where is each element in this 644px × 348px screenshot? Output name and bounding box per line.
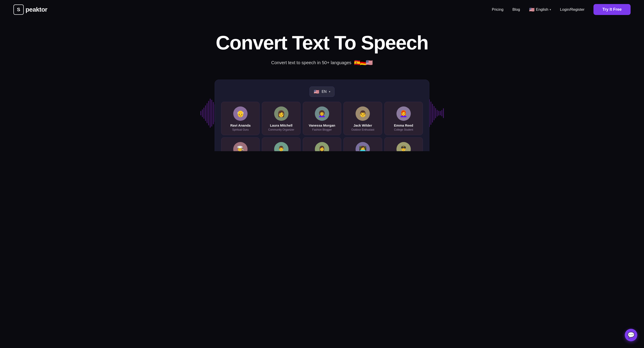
hero-title: Convert Text To Speech bbox=[4, 32, 640, 53]
wave-bar bbox=[443, 108, 444, 118]
voice-avatar-julia: 👩‍💻 bbox=[356, 142, 370, 151]
language-label: English bbox=[536, 8, 548, 12]
voice-card-sophie[interactable]: 👩‍⚕️ Sophie Lawson Psychologist bbox=[303, 137, 341, 151]
voice-name-laura: Laura Mitchell bbox=[265, 124, 298, 127]
voice-avatar-emoji: 👩 bbox=[277, 110, 285, 118]
logo-icon: S bbox=[14, 4, 24, 15]
wave-bar bbox=[432, 104, 433, 122]
voice-card-emma[interactable]: 👩‍🦰 Emma Reed College Student bbox=[384, 102, 423, 135]
voice-avatar-james: 👨‍✈️ bbox=[396, 142, 411, 151]
logo-s: S bbox=[17, 7, 20, 12]
wave-bar bbox=[204, 108, 204, 119]
dropdown-lang-label: EN bbox=[322, 90, 326, 94]
voice-avatar-emma: 👩‍🦰 bbox=[396, 106, 411, 121]
wave-bar bbox=[205, 105, 206, 121]
waveform-section: 🇺🇸 EN ▾ 👴 Ravi Ananda Spiritual Guru 👩 L… bbox=[4, 75, 640, 151]
voice-role-laura: Community Organizer bbox=[265, 128, 298, 131]
wave-bar bbox=[434, 106, 434, 120]
blog-link[interactable]: Blog bbox=[512, 8, 520, 12]
voice-role-emma: College Student bbox=[387, 128, 420, 131]
voice-avatar-emoji: 👨‍💼 bbox=[277, 146, 285, 152]
voice-avatar-emoji: 👨 bbox=[359, 110, 367, 118]
chevron-down-icon: ▾ bbox=[550, 8, 551, 11]
wave-bar bbox=[202, 109, 203, 117]
flag-icon: 🇺🇸 bbox=[529, 7, 535, 12]
language-selector[interactable]: 🇺🇸 English ▾ bbox=[529, 7, 551, 12]
voice-avatar-emoji: 👩‍💻 bbox=[359, 146, 367, 152]
wave-bar bbox=[440, 111, 441, 116]
navbar: S peaktor Pricing Blog 🇺🇸 English ▾ Logi… bbox=[0, 0, 644, 19]
voice-avatar-emoji: 👩‍🦰 bbox=[400, 110, 408, 118]
wave-bar bbox=[435, 108, 436, 118]
voice-avatar-emoji: 👩‍⚕️ bbox=[318, 146, 326, 152]
wave-bar bbox=[200, 111, 201, 116]
voice-card-victor[interactable]: 👨‍🍳 Victor Moreau Gourmet Chef bbox=[221, 137, 260, 151]
flag-stack: 🇪🇸 🇩🇪 🇺🇸 bbox=[354, 59, 373, 66]
voice-card-vanessa[interactable]: 👩‍🦱 Vanessa Morgan Fashion Blogger bbox=[303, 102, 341, 135]
login-register-link[interactable]: Login/Register bbox=[560, 8, 584, 12]
wave-bar bbox=[211, 100, 212, 126]
lang-dropdown-button[interactable]: 🇺🇸 EN ▾ bbox=[310, 86, 334, 97]
voice-role-ravi: Spiritual Guru bbox=[224, 128, 257, 131]
wave-bar bbox=[210, 99, 211, 128]
voice-avatar-emoji: 👴 bbox=[236, 110, 244, 118]
voice-avatar-jack: 👨 bbox=[356, 106, 370, 121]
voice-avatar-emoji: 👩‍🦱 bbox=[318, 110, 326, 118]
voice-role-jack: Outdoor Enthusiast bbox=[346, 128, 379, 131]
voice-avatar-emoji: 👨‍🍳 bbox=[236, 146, 244, 152]
dropdown-flag-icon: 🇺🇸 bbox=[314, 89, 319, 94]
wave-bar bbox=[208, 101, 209, 126]
voice-card-nathan[interactable]: 👨‍💼 Nathan Drake Tech Startup Founder bbox=[262, 137, 300, 151]
voice-name-emma: Emma Reed bbox=[387, 124, 420, 127]
logo-text: peaktor bbox=[26, 6, 48, 13]
voice-avatar-victor: 👨‍🍳 bbox=[233, 142, 248, 151]
wave-bar bbox=[437, 110, 438, 116]
try-free-button[interactable]: Try It Free bbox=[594, 4, 630, 15]
voice-grid: 👴 Ravi Ananda Spiritual Guru 👩 Laura Mit… bbox=[221, 102, 423, 151]
hero-section: Convert Text To Speech Convert text to s… bbox=[0, 19, 644, 151]
voice-avatar-sophie: 👩‍⚕️ bbox=[315, 142, 329, 151]
voice-card-jack[interactable]: 👨 Jack Wilder Outdoor Enthusiast bbox=[344, 102, 382, 135]
voice-avatar-ravi: 👴 bbox=[233, 106, 248, 121]
voice-card-james[interactable]: 👨‍✈️ James Lawson Retired Military Offic… bbox=[384, 137, 423, 151]
chat-button[interactable]: 💬 bbox=[625, 329, 637, 341]
app-card: 🇺🇸 EN ▾ 👴 Ravi Ananda Spiritual Guru 👩 L… bbox=[215, 80, 429, 151]
wave-bar bbox=[442, 110, 442, 116]
voice-name-jack: Jack Wilder bbox=[346, 124, 379, 127]
dropdown-chevron-icon: ▾ bbox=[329, 90, 330, 93]
lang-dropdown-container: 🇺🇸 EN ▾ bbox=[221, 86, 423, 97]
logo-link[interactable]: S peaktor bbox=[14, 4, 48, 15]
voice-name-vanessa: Vanessa Morgan bbox=[306, 124, 338, 127]
nav-links: Pricing Blog 🇺🇸 English ▾ Login/Register… bbox=[492, 4, 630, 15]
hero-subtitle: Convert text to speech in 50+ languages … bbox=[4, 59, 640, 66]
voice-card-ravi[interactable]: 👴 Ravi Ananda Spiritual Guru bbox=[221, 102, 260, 135]
voice-name-ravi: Ravi Ananda bbox=[224, 124, 257, 127]
wave-bar bbox=[213, 102, 214, 124]
voice-avatar-emoji: 👨‍✈️ bbox=[400, 146, 408, 152]
voice-card-laura[interactable]: 👩 Laura Mitchell Community Organizer bbox=[262, 102, 300, 135]
wave-bar bbox=[206, 103, 208, 123]
pricing-link[interactable]: Pricing bbox=[492, 8, 504, 12]
voice-card-julia[interactable]: 👩‍💻 Julia Bennett Freelance Writer bbox=[344, 137, 382, 151]
wave-bar bbox=[438, 111, 439, 116]
voice-role-vanessa: Fashion Blogger bbox=[306, 128, 338, 131]
flag-us: 🇺🇸 bbox=[366, 59, 373, 66]
voice-avatar-nathan: 👨‍💼 bbox=[274, 142, 288, 151]
voice-avatar-laura: 👩 bbox=[274, 106, 288, 121]
wave-bar bbox=[430, 102, 431, 125]
voice-avatar-vanessa: 👩‍🦱 bbox=[315, 106, 329, 121]
